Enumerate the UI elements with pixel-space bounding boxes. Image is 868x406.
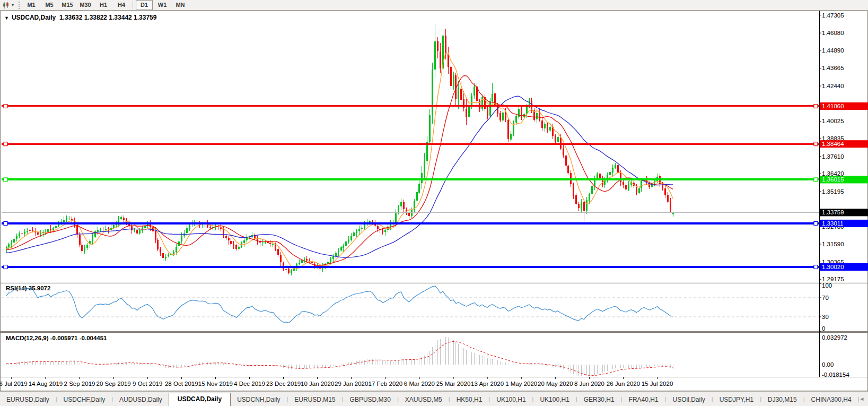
candle-down xyxy=(575,195,577,204)
candle-up xyxy=(471,96,472,106)
candle-up xyxy=(395,213,397,223)
chart-tab-uk100-h1[interactable]: UK100,H1 xyxy=(490,394,532,406)
candle-down xyxy=(377,226,379,229)
timeframe-button-h1[interactable]: H1 xyxy=(95,0,112,10)
candle-down xyxy=(37,232,39,235)
hline-handle[interactable] xyxy=(4,142,7,146)
candle-down xyxy=(372,221,373,222)
candle-up xyxy=(165,257,166,258)
hline-handle[interactable] xyxy=(4,265,7,269)
candle-up xyxy=(100,229,101,230)
chart-tab-usdchf-daily[interactable]: USDCHF,Daily xyxy=(57,394,112,406)
date-tick-label: 2 Sep 2019 xyxy=(64,381,95,387)
chart-canvas[interactable]: 1.473051.460801.448901.436651.424401.400… xyxy=(0,11,868,391)
chart-tab-ger30-h1[interactable]: GER30,H1 xyxy=(577,394,621,406)
candle-up xyxy=(173,252,174,254)
hline-handle[interactable] xyxy=(814,142,818,146)
date-tick-label: 17 Feb 2020 xyxy=(369,381,403,387)
chart-tab-usoil-daily[interactable]: USOil,Daily xyxy=(666,394,711,406)
price-tick-label: 1.44890 xyxy=(822,47,844,54)
candle-up xyxy=(291,270,292,273)
price-tick-label: 1.43665 xyxy=(822,65,844,71)
candle-down xyxy=(102,229,104,230)
rsi-tick-label: 0 xyxy=(822,325,825,332)
chart-tab-usdcnh-daily[interactable]: USDCNH,Daily xyxy=(231,394,286,406)
candle-up xyxy=(330,258,331,262)
candle-up xyxy=(348,240,349,241)
tab-scroll-left-icon[interactable]: ◄ xyxy=(859,396,864,402)
chart-tab-fra40-h1[interactable]: FRA40,H1 xyxy=(622,394,665,406)
candle-up xyxy=(591,186,593,193)
candle-down xyxy=(311,262,313,264)
timeframe-button-h4[interactable]: H4 xyxy=(113,0,130,10)
candlestick-chart-icon[interactable] xyxy=(2,1,11,10)
hline-handle[interactable] xyxy=(4,178,7,182)
candle-up xyxy=(358,229,360,231)
candle-down xyxy=(21,234,23,235)
candle-down xyxy=(32,230,33,231)
chart-tab-china300-h4[interactable]: CHINA300,H4 xyxy=(805,394,858,406)
chart-tab-dj30-m15[interactable]: DJ30,M15 xyxy=(761,394,803,406)
chart-tab-xauusd-m5[interactable]: XAUUSD,M5 xyxy=(399,394,449,406)
candle-up xyxy=(13,239,15,243)
date-tick-label: 14 Aug 2019 xyxy=(29,381,63,387)
candle-up xyxy=(586,200,588,211)
candle-down xyxy=(617,165,619,172)
candle-down xyxy=(547,124,548,130)
candle-up xyxy=(120,217,122,219)
chart-window[interactable]: 1.473051.460801.448901.436651.424401.400… xyxy=(0,11,868,391)
hline-handle[interactable] xyxy=(814,221,818,225)
candle-down xyxy=(277,249,279,255)
hline-handle[interactable] xyxy=(814,178,818,182)
timeframe-button-w1[interactable]: W1 xyxy=(154,0,171,10)
hline-handle[interactable] xyxy=(4,104,7,108)
candle-down xyxy=(306,259,308,261)
timeframe-button-m30[interactable]: M30 xyxy=(77,0,94,10)
candle-down xyxy=(448,54,449,67)
chart-tab-gbpusd-m30[interactable]: GBPUSD,M30 xyxy=(344,394,397,406)
timeframe-button-m1[interactable]: M1 xyxy=(23,0,40,10)
date-tick-label: 25 Mar 2020 xyxy=(436,381,471,387)
hline-handle[interactable] xyxy=(4,221,7,225)
timeframe-button-m5[interactable]: M5 xyxy=(41,0,58,10)
candle-up xyxy=(92,237,93,241)
candle-up xyxy=(181,236,182,241)
hline-price-badge-label: 1.36015 xyxy=(822,176,844,183)
chart-tab-audusd-daily[interactable]: AUDUSD,Daily xyxy=(113,394,169,406)
current-price-badge-label: 1.33759 xyxy=(822,209,844,215)
candle-up xyxy=(189,225,190,229)
chart-tab-eurusd-m15[interactable]: EURUSD,M15 xyxy=(288,394,341,406)
toolbar-grip xyxy=(19,2,20,9)
candle-up xyxy=(615,165,616,168)
symbol-dropdown-triangle-icon[interactable]: ▼ xyxy=(4,15,9,21)
candle-up xyxy=(581,202,582,209)
chart-tab-usdjpy-h1[interactable]: USDJPY,H1 xyxy=(713,394,760,406)
candle-up xyxy=(411,210,413,216)
timeframe-button-mn[interactable]: MN xyxy=(172,0,189,10)
date-tick-label: 26 Jul 2019 xyxy=(0,381,28,387)
date-tick-label: 8 Jun 2020 xyxy=(574,381,604,387)
candle-down xyxy=(29,230,31,231)
hline-handle[interactable] xyxy=(814,104,818,108)
date-tick-label: 9 Oct 2019 xyxy=(133,381,162,387)
chart-tab-uk100-h1[interactable]: UK100,H1 xyxy=(533,394,575,406)
chevron-down-icon[interactable]: ▾ xyxy=(12,3,14,7)
candle-up xyxy=(544,124,546,128)
chart-tab-eurusd-daily[interactable]: EURUSD,Daily xyxy=(0,394,56,406)
date-tick-label: 10 Jan 2020 xyxy=(301,381,334,387)
macd-indicator-label: MACD(12,26,9) -0.005971 -0.004451 xyxy=(6,335,107,341)
candle-up xyxy=(489,101,491,116)
date-tick-label: 6 Mar 2020 xyxy=(404,381,435,387)
chart-tab-usdcad-daily[interactable]: USDCAD,Daily xyxy=(169,393,231,406)
hline-handle[interactable] xyxy=(814,265,818,269)
timeframe-button-d1[interactable]: D1 xyxy=(136,0,153,10)
date-tick-label: 23 Dec 2019 xyxy=(266,381,301,387)
chart-tab-hk50-h1[interactable]: HK50,H1 xyxy=(450,394,489,406)
candle-down xyxy=(235,245,237,249)
candle-down xyxy=(228,238,230,241)
price-tick-label: 1.29175 xyxy=(822,276,844,282)
timeframe-button-m15[interactable]: M15 xyxy=(59,0,76,10)
candle-up xyxy=(66,218,67,220)
candle-up xyxy=(86,245,88,248)
candle-down xyxy=(599,174,601,178)
